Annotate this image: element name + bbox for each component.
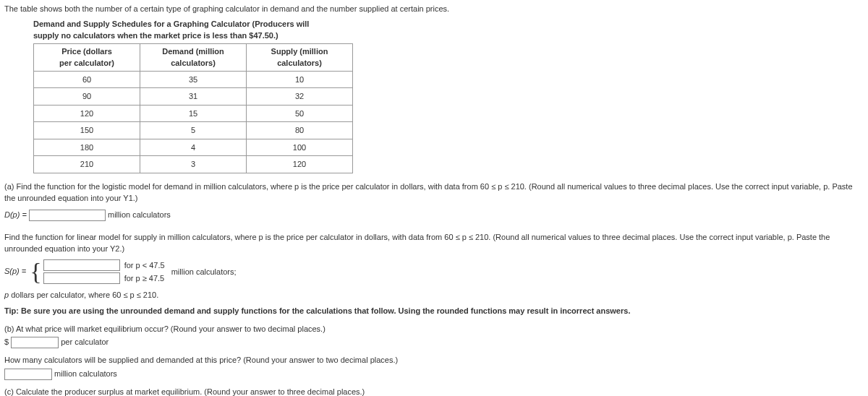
d-units: million calculators [108, 210, 171, 219]
question-b2: How many calculators will be supplied an… [4, 354, 864, 366]
supply-units: million calculators; [171, 267, 237, 276]
s-label: S(p) = [4, 267, 28, 275]
data-table: Price (dollarsper calculator) Demand (mi… [33, 43, 353, 173]
table-row: 1804100 [34, 139, 353, 156]
table-row: 1201550 [34, 105, 353, 122]
qb2-units: million calculators [54, 369, 117, 378]
supply-input-2[interactable] [43, 272, 120, 284]
supply-answer-line: S(p) = { for p < 47.5 for p ≥ 47.5 milli… [4, 259, 864, 285]
col-header-demand: Demand (millioncalculators) [140, 43, 247, 71]
table-row: 903132 [34, 88, 353, 106]
question-c: (c) Calculate the producer surplus at ma… [4, 386, 864, 396]
table-row: 603510 [34, 71, 353, 88]
supply-input-1[interactable] [43, 259, 120, 271]
dollar-sign: $ [4, 337, 9, 346]
equilibrium-quantity-input[interactable] [4, 369, 52, 380]
table-row: 2103120 [34, 156, 353, 173]
demand-input[interactable] [29, 210, 106, 221]
table-title-2: supply no calculators when the market pr… [33, 30, 864, 42]
equilibrium-price-input[interactable] [11, 337, 59, 348]
table-row: 150580 [34, 122, 353, 139]
col-header-price: Price (dollarsper calculator) [34, 43, 140, 71]
supply-cond-1: for p < 47.5 [124, 259, 165, 272]
question-a: (a) Find the function for the logistic m… [4, 181, 864, 205]
table-title-1: Demand and Supply Schedules for a Graphi… [33, 18, 864, 30]
tip-text: Tip: Be sure you are using the unrounded… [4, 305, 864, 317]
supply-cond-2: for p ≥ 47.5 [124, 272, 165, 285]
left-brace-icon: { [30, 259, 41, 284]
d-label: D(p) = [4, 210, 29, 219]
question-b: (b) At what price will market equilibriu… [4, 323, 864, 335]
intro-text: The table shows both the number of a cer… [4, 3, 864, 15]
col-header-supply: Supply (millioncalculators) [247, 43, 353, 71]
domain-note: p dollars per calculator, where 60 ≤ p ≤… [4, 289, 864, 301]
qb-units: per calculator [61, 337, 109, 346]
supply-question: Find the function for linear model for s… [4, 231, 864, 255]
demand-answer-line: D(p) = million calculators [4, 209, 864, 221]
